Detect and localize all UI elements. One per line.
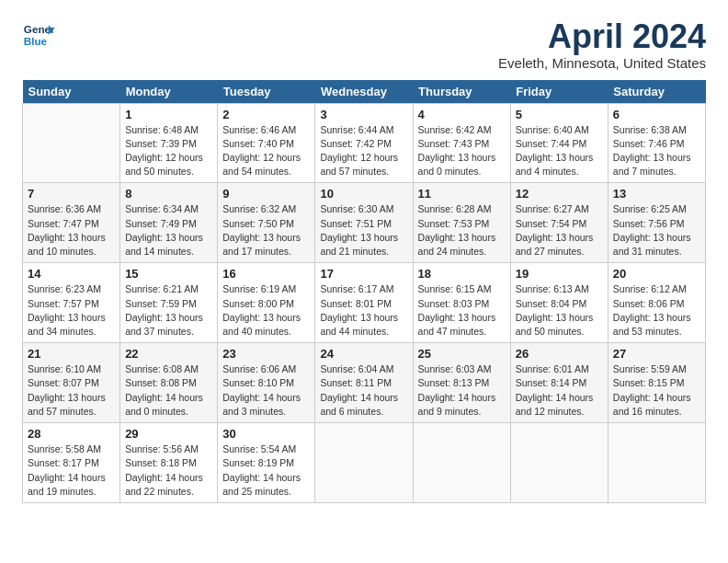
calendar-cell: 29Sunrise: 5:56 AMSunset: 8:18 PMDayligh… <box>120 423 218 503</box>
svg-text:Blue: Blue <box>24 35 48 47</box>
day-info: Sunrise: 6:25 AMSunset: 7:56 PMDaylight:… <box>613 202 700 259</box>
day-header-sunday: Sunday <box>23 80 120 104</box>
day-number: 26 <box>516 347 603 361</box>
calendar-cell <box>510 423 608 503</box>
calendar-cell: 12Sunrise: 6:27 AMSunset: 7:54 PMDayligh… <box>510 183 608 263</box>
month-title: April 2024 <box>498 18 706 55</box>
day-info: Sunrise: 6:36 AMSunset: 7:47 PMDaylight:… <box>28 202 115 259</box>
day-number: 17 <box>320 267 407 281</box>
day-info: Sunrise: 6:44 AMSunset: 7:42 PMDaylight:… <box>320 123 407 179</box>
calendar-cell: 2Sunrise: 6:46 AMSunset: 7:40 PMDaylight… <box>218 103 315 183</box>
day-info: Sunrise: 6:04 AMSunset: 8:11 PMDaylight:… <box>320 362 407 419</box>
day-info: Sunrise: 5:59 AMSunset: 8:15 PMDaylight:… <box>613 362 700 419</box>
calendar-cell: 7Sunrise: 6:36 AMSunset: 7:47 PMDaylight… <box>23 183 120 263</box>
day-info: Sunrise: 6:40 AMSunset: 7:44 PMDaylight:… <box>516 123 603 179</box>
calendar-cell: 14Sunrise: 6:23 AMSunset: 7:57 PMDayligh… <box>23 263 120 343</box>
day-header-wednesday: Wednesday <box>315 80 413 104</box>
calendar-cell: 27Sunrise: 5:59 AMSunset: 8:15 PMDayligh… <box>608 343 705 423</box>
calendar-cell: 8Sunrise: 6:34 AMSunset: 7:49 PMDaylight… <box>120 183 218 263</box>
calendar-table: SundayMondayTuesdayWednesdayThursdayFrid… <box>22 80 706 503</box>
day-header-monday: Monday <box>120 80 218 104</box>
calendar-week-3: 14Sunrise: 6:23 AMSunset: 7:57 PMDayligh… <box>23 263 706 343</box>
calendar-cell: 17Sunrise: 6:17 AMSunset: 8:01 PMDayligh… <box>315 263 413 343</box>
day-number: 9 <box>222 187 310 201</box>
day-number: 23 <box>222 347 310 361</box>
day-info: Sunrise: 6:06 AMSunset: 8:10 PMDaylight:… <box>222 362 310 419</box>
day-info: Sunrise: 6:38 AMSunset: 7:46 PMDaylight:… <box>613 123 700 179</box>
calendar-cell <box>23 103 120 183</box>
day-info: Sunrise: 6:13 AMSunset: 8:04 PMDaylight:… <box>516 282 603 339</box>
day-info: Sunrise: 6:46 AMSunset: 7:40 PMDaylight:… <box>222 123 310 179</box>
day-info: Sunrise: 6:30 AMSunset: 7:51 PMDaylight:… <box>320 202 407 259</box>
calendar-cell: 9Sunrise: 6:32 AMSunset: 7:50 PMDaylight… <box>218 183 315 263</box>
calendar-cell: 25Sunrise: 6:03 AMSunset: 8:13 PMDayligh… <box>413 343 510 423</box>
calendar-cell: 13Sunrise: 6:25 AMSunset: 7:56 PMDayligh… <box>608 183 705 263</box>
calendar-cell: 28Sunrise: 5:58 AMSunset: 8:17 PMDayligh… <box>23 423 120 503</box>
calendar-cell: 18Sunrise: 6:15 AMSunset: 8:03 PMDayligh… <box>413 263 510 343</box>
day-info: Sunrise: 6:01 AMSunset: 8:14 PMDaylight:… <box>516 362 603 419</box>
calendar-cell <box>315 423 413 503</box>
day-number: 5 <box>516 108 603 121</box>
day-number: 3 <box>320 108 407 121</box>
day-number: 2 <box>222 108 310 121</box>
day-number: 12 <box>516 187 603 201</box>
calendar-cell: 5Sunrise: 6:40 AMSunset: 7:44 PMDaylight… <box>510 103 608 183</box>
day-number: 30 <box>222 427 310 441</box>
calendar-cell: 6Sunrise: 6:38 AMSunset: 7:46 PMDaylight… <box>608 103 705 183</box>
day-number: 6 <box>613 108 700 121</box>
day-number: 15 <box>125 267 212 281</box>
calendar-week-2: 7Sunrise: 6:36 AMSunset: 7:47 PMDaylight… <box>23 183 706 263</box>
day-number: 19 <box>516 267 603 281</box>
calendar-cell: 26Sunrise: 6:01 AMSunset: 8:14 PMDayligh… <box>510 343 608 423</box>
day-number: 24 <box>320 347 407 361</box>
day-number: 1 <box>125 108 212 121</box>
day-info: Sunrise: 6:10 AMSunset: 8:07 PMDaylight:… <box>28 362 115 419</box>
calendar-cell: 30Sunrise: 5:54 AMSunset: 8:19 PMDayligh… <box>218 423 315 503</box>
day-info: Sunrise: 6:15 AMSunset: 8:03 PMDaylight:… <box>418 282 506 339</box>
day-number: 18 <box>418 267 506 281</box>
day-number: 10 <box>320 187 407 201</box>
calendar-cell: 15Sunrise: 6:21 AMSunset: 7:59 PMDayligh… <box>120 263 218 343</box>
day-number: 25 <box>418 347 506 361</box>
day-number: 27 <box>613 347 700 361</box>
day-number: 8 <box>125 187 212 201</box>
day-header-tuesday: Tuesday <box>218 80 315 104</box>
day-number: 28 <box>28 427 115 441</box>
calendar-cell: 20Sunrise: 6:12 AMSunset: 8:06 PMDayligh… <box>608 263 705 343</box>
day-info: Sunrise: 5:58 AMSunset: 8:17 PMDaylight:… <box>28 442 115 499</box>
calendar-cell: 23Sunrise: 6:06 AMSunset: 8:10 PMDayligh… <box>218 343 315 423</box>
calendar-week-4: 21Sunrise: 6:10 AMSunset: 8:07 PMDayligh… <box>23 343 706 423</box>
calendar-cell: 22Sunrise: 6:08 AMSunset: 8:08 PMDayligh… <box>120 343 218 423</box>
day-info: Sunrise: 6:03 AMSunset: 8:13 PMDaylight:… <box>418 362 506 419</box>
day-number: 20 <box>613 267 700 281</box>
day-info: Sunrise: 6:12 AMSunset: 8:06 PMDaylight:… <box>613 282 700 339</box>
day-number: 14 <box>28 267 115 281</box>
day-number: 13 <box>613 187 700 201</box>
day-info: Sunrise: 6:08 AMSunset: 8:08 PMDaylight:… <box>125 362 212 419</box>
day-number: 22 <box>125 347 212 361</box>
day-info: Sunrise: 6:27 AMSunset: 7:54 PMDaylight:… <box>516 202 603 259</box>
calendar-cell: 10Sunrise: 6:30 AMSunset: 7:51 PMDayligh… <box>315 183 413 263</box>
day-number: 16 <box>222 267 310 281</box>
day-info: Sunrise: 5:54 AMSunset: 8:19 PMDaylight:… <box>222 442 310 499</box>
day-number: 21 <box>28 347 115 361</box>
day-info: Sunrise: 6:19 AMSunset: 8:00 PMDaylight:… <box>222 282 310 339</box>
logo-icon: General Blue <box>22 18 55 52</box>
calendar-week-5: 28Sunrise: 5:58 AMSunset: 8:17 PMDayligh… <box>23 423 706 503</box>
logo: General Blue <box>22 18 55 52</box>
day-info: Sunrise: 6:28 AMSunset: 7:53 PMDaylight:… <box>418 202 506 259</box>
day-info: Sunrise: 6:48 AMSunset: 7:39 PMDaylight:… <box>125 123 212 179</box>
header: General Blue April 2024 Eveleth, Minneso… <box>22 18 706 71</box>
day-info: Sunrise: 6:34 AMSunset: 7:49 PMDaylight:… <box>125 202 212 259</box>
calendar-cell: 1Sunrise: 6:48 AMSunset: 7:39 PMDaylight… <box>120 103 218 183</box>
calendar-cell <box>413 423 510 503</box>
day-header-saturday: Saturday <box>608 80 705 104</box>
day-header-friday: Friday <box>510 80 608 104</box>
day-info: Sunrise: 6:32 AMSunset: 7:50 PMDaylight:… <box>222 202 310 259</box>
calendar-cell: 16Sunrise: 6:19 AMSunset: 8:00 PMDayligh… <box>218 263 315 343</box>
day-number: 4 <box>418 108 506 121</box>
header-row: SundayMondayTuesdayWednesdayThursdayFrid… <box>23 80 706 104</box>
day-number: 29 <box>125 427 212 441</box>
calendar-cell <box>608 423 705 503</box>
day-number: 11 <box>418 187 506 201</box>
